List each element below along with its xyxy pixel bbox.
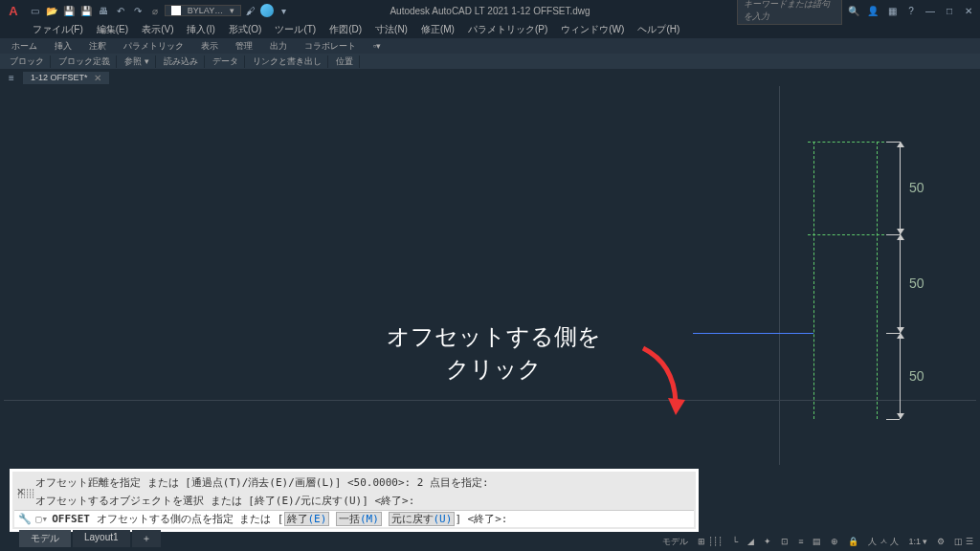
menu-insert[interactable]: 挿入(I) [181,23,220,36]
menu-view[interactable]: 表示(V) [136,23,179,36]
tab-model[interactable]: モデル [19,530,71,547]
dim-label-3: 50 [909,368,924,384]
sb-transparency-icon[interactable]: ▤ [810,537,824,546]
dim-tick-1a [886,142,900,143]
annotation-line2: クリック [387,353,601,386]
maximize-icon[interactable]: □ [942,3,957,18]
layer-off-icon[interactable]: ⌀ [147,3,163,18]
menu-tools[interactable]: ツール(T) [269,23,322,36]
dim-tick-3b [886,419,900,420]
open-icon[interactable]: 📂 [44,3,59,18]
search-input[interactable]: キーワードまたは語句を入力 [737,0,842,25]
settings-gear-icon[interactable] [260,4,274,17]
redo-icon[interactable]: ↷ [130,3,145,18]
sb-ortho-icon[interactable]: ◢ [745,537,757,546]
opt-exit[interactable]: 終了(E) [284,512,330,526]
command-history-1: オフセット距離を指定 または [通過点(T)/消去(E)/画層(L)] <50.… [32,474,694,492]
annotation-arrow [635,344,693,421]
sb-snap-icon[interactable]: └ [729,537,741,546]
menu-draw[interactable]: 作図(D) [323,23,368,36]
menu-edit[interactable]: 編集(E) [91,23,134,36]
menu-modify[interactable]: 修正(M) [415,23,460,36]
center-line-2 [877,142,878,419]
tab-add[interactable]: ＋ [132,530,161,547]
panel-blockdef[interactable]: ブロック定義 [53,55,117,68]
sb-lwt-icon[interactable]: ≡ [795,537,806,546]
sb-osnap-icon[interactable]: ⊡ [778,537,791,546]
tab-extra-icon[interactable]: ▫▾ [366,41,389,51]
annotation-text: オフセットする側を クリック [387,320,601,385]
axis-vertical [779,86,780,465]
file-tab-menu-icon[interactable]: ≡ [4,70,19,85]
drawing-canvas[interactable]: 50 50 50 オフセットする側を クリック [4,86,976,465]
sb-settings-icon[interactable]: ⚙ [934,537,947,546]
opt-multiple[interactable]: 一括(M) [336,512,382,526]
file-tab-label: 1-12 OFFSET* [31,73,88,82]
signin-icon[interactable]: 👤 [865,3,880,18]
tab-layout1[interactable]: Layout1 [73,530,130,547]
svg-marker-0 [668,398,685,415]
layout-tabs: モデル Layout1 ＋ [19,530,163,547]
command-prompt: OFFSET オフセットする側の点を指定 または [終了(E) 一括(M) 元に… [52,512,507,526]
undo-icon[interactable]: ↶ [113,3,128,18]
paint-icon[interactable]: 🖌 [243,3,258,18]
center-hline-1 [808,142,884,143]
app-logo[interactable]: A [4,1,23,20]
command-history-2: オフセットするオブジェクトを選択 または [終了(E)/元に戻す(U)] <終了… [32,492,694,510]
sb-scale[interactable]: 1:1 ▾ [905,537,930,546]
minimize-icon[interactable]: — [923,3,938,18]
center-hline-2 [808,234,884,235]
selected-line [693,333,813,334]
dropdown-arrow-icon[interactable]: ▾ [276,3,291,18]
tab-view[interactable]: 表示 [193,40,226,53]
command-input[interactable]: 🔧 ▢▾ OFFSET オフセットする側の点を指定 または [終了(E) 一括(… [14,510,694,527]
command-dropdown-icon[interactable]: ▢▾ [32,513,52,525]
menu-format[interactable]: 形式(O) [223,23,267,36]
panel-data[interactable]: データ [207,55,245,68]
wrench-icon[interactable]: 🔧 [18,513,32,525]
save-icon[interactable]: 💾 [61,3,77,18]
tab-annotate[interactable]: 注釈 [81,40,114,53]
sb-lock-icon[interactable]: 🔒 [845,537,861,546]
search-icon[interactable]: 🔍 [846,3,861,18]
tab-parametric[interactable]: パラメトリック [116,40,191,53]
panel-import[interactable]: 読み込み [158,55,205,68]
menu-parametric[interactable]: パラメトリック(P) [462,23,553,36]
dim-arrow-1 [900,142,901,234]
dim-label-1: 50 [909,180,924,195]
menu-dimension[interactable]: 寸法(N) [369,23,413,36]
panel-link[interactable]: リンクと書き出し [247,55,328,68]
tab-collaborate[interactable]: コラボレート [297,40,364,53]
help-icon[interactable]: ? [903,3,919,18]
quick-access-toolbar: ▭ 📂 💾 💾 🖶 ↶ ↷ ⌀ BYLAY…▾ 🖌 ▾ [27,3,291,18]
sb-dyn-icon[interactable]: ⊕ [828,537,841,546]
sb-model[interactable]: モデル [659,536,691,548]
panel-location[interactable]: 位置 [330,55,360,68]
history-close-icon[interactable]: ✕ [16,487,25,497]
panel-reference[interactable]: 参照 ▾ [119,55,156,68]
app-switcher-icon[interactable]: ▦ [884,3,900,18]
menu-file[interactable]: ファイル(F) [27,23,89,36]
panel-block[interactable]: ブロック [4,55,51,68]
print-icon[interactable]: 🖶 [96,3,111,18]
tab-home[interactable]: ホーム [4,40,45,53]
layer-dropdown[interactable]: BYLAY…▾ [165,5,241,16]
tab-output[interactable]: 出力 [262,40,295,53]
sb-grid-icon[interactable]: ⊞ ┊┊┊ [695,537,725,546]
title-bar: A ▭ 📂 💾 💾 🖶 ↶ ↷ ⌀ BYLAY…▾ 🖌 ▾ Autodesk A… [0,0,980,21]
sb-polar-icon[interactable]: ✦ [761,537,774,546]
sb-anno-icon[interactable]: 人 ㅅ 人 [865,536,902,548]
menu-help[interactable]: ヘルプ(H) [632,23,685,36]
close-icon[interactable]: ✕ [961,3,976,18]
opt-undo[interactable]: 元に戻す(U) [389,512,456,526]
ribbon-tabs: ホーム 挿入 注釈 パラメトリック 表示 管理 出力 コラボレート ▫▾ [0,38,980,54]
close-tab-icon[interactable]: ✕ [94,73,101,83]
saveas-icon[interactable]: 💾 [78,3,94,18]
tab-insert[interactable]: 挿入 [47,40,79,53]
sb-iso-icon[interactable]: ◫ ☰ [951,537,976,546]
menu-window[interactable]: ウィンドウ(W) [555,23,630,36]
file-tab-active[interactable]: 1-12 OFFSET* ✕ [23,72,109,84]
new-icon[interactable]: ▭ [27,3,42,18]
tab-manage[interactable]: 管理 [228,40,260,53]
ribbon-panels: ブロック ブロック定義 参照 ▾ 読み込み データ リンクと書き出し 位置 [0,54,980,69]
